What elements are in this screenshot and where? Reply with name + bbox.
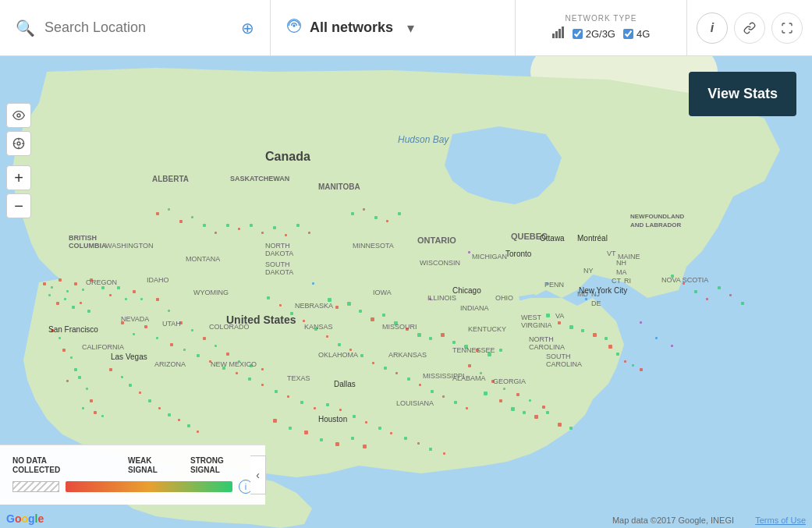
svg-rect-134 xyxy=(353,415,356,418)
svg-rect-17 xyxy=(72,306,75,309)
svg-rect-61 xyxy=(476,349,479,352)
svg-rect-112 xyxy=(706,298,708,300)
checkbox-4g-item[interactable]: 4G xyxy=(623,28,650,40)
gps-icon[interactable]: ⊕ xyxy=(241,19,254,37)
svg-rect-114 xyxy=(729,294,732,296)
svg-rect-84 xyxy=(168,208,170,211)
checkbox-4g[interactable] xyxy=(623,29,633,39)
svg-rect-52 xyxy=(371,317,374,321)
svg-rect-87 xyxy=(203,224,206,227)
svg-rect-15 xyxy=(56,302,59,305)
svg-rect-34 xyxy=(90,399,93,402)
svg-rect-48 xyxy=(328,298,332,302)
svg-rect-86 xyxy=(191,216,193,218)
svg-rect-110 xyxy=(683,282,685,285)
svg-rect-168 xyxy=(279,304,282,307)
target-button[interactable] xyxy=(6,131,31,156)
svg-rect-46 xyxy=(250,364,253,367)
checkbox-2g3g-label: 2G/3G xyxy=(586,28,615,40)
svg-rect-27 xyxy=(59,337,61,339)
svg-rect-172 xyxy=(326,335,328,338)
svg-rect-81 xyxy=(558,423,562,427)
search-icon: 🔍 xyxy=(16,19,35,37)
svg-rect-161 xyxy=(148,399,151,402)
svg-rect-60 xyxy=(464,345,468,349)
svg-rect-64 xyxy=(546,314,550,317)
network-section[interactable]: All networks ▾ xyxy=(271,0,516,55)
info-button[interactable]: i xyxy=(697,12,728,44)
svg-rect-177 xyxy=(384,367,387,370)
svg-rect-65 xyxy=(558,321,561,324)
svg-rect-42 xyxy=(203,337,206,340)
search-input[interactable] xyxy=(44,19,216,36)
svg-rect-85 xyxy=(179,220,183,223)
network-icon xyxy=(286,18,302,37)
svg-rect-133 xyxy=(339,409,342,411)
right-icons: i xyxy=(687,0,812,55)
network-label: All networks xyxy=(310,19,393,36)
svg-rect-178 xyxy=(395,372,398,374)
zoom-out-button[interactable]: − xyxy=(6,193,31,218)
checkbox-2g3g[interactable] xyxy=(573,29,583,39)
legend-bar-wrap: i xyxy=(12,480,253,494)
svg-rect-136 xyxy=(378,427,381,430)
map-attribution: Map data ©2017 Google, INEGI xyxy=(612,516,734,525)
svg-rect-29 xyxy=(70,356,73,359)
svg-rect-77 xyxy=(511,407,515,411)
svg-rect-92 xyxy=(261,232,264,234)
map-area[interactable]: Canada United States Hudson Bay ONTARIO … xyxy=(0,56,812,528)
svg-rect-7 xyxy=(43,282,46,285)
network-dropdown-arrow[interactable]: ▾ xyxy=(407,19,414,37)
search-section: 🔍 ⊕ xyxy=(0,0,271,55)
svg-rect-13 xyxy=(90,278,93,282)
svg-rect-118 xyxy=(144,325,147,328)
svg-rect-179 xyxy=(407,377,410,381)
fullscreen-button[interactable] xyxy=(771,12,803,44)
svg-rect-80 xyxy=(546,411,549,414)
svg-rect-22 xyxy=(117,286,120,289)
svg-point-0 xyxy=(293,24,295,27)
svg-rect-120 xyxy=(170,343,173,346)
legend-collapse-button[interactable]: ‹ xyxy=(250,455,266,494)
link-button[interactable] xyxy=(734,12,765,44)
svg-rect-11 xyxy=(74,282,77,285)
svg-rect-33 xyxy=(86,388,88,390)
svg-rect-82 xyxy=(569,427,573,430)
svg-rect-170 xyxy=(303,320,305,322)
top-bar: 🔍 ⊕ All networks ▾ NETWORK TYPE xyxy=(0,0,812,56)
map-controls: + − xyxy=(6,103,31,218)
zoom-in-button[interactable]: + xyxy=(6,165,31,190)
svg-rect-164 xyxy=(178,419,180,421)
svg-rect-105 xyxy=(320,438,323,441)
svg-rect-47 xyxy=(261,368,264,370)
svg-rect-166 xyxy=(197,431,199,433)
svg-rect-54 xyxy=(394,321,398,325)
svg-rect-3 xyxy=(558,29,561,38)
checkbox-2g3g-item[interactable]: 2G/3G xyxy=(573,28,615,40)
svg-rect-157 xyxy=(109,368,112,371)
svg-rect-19 xyxy=(87,310,90,313)
svg-rect-181 xyxy=(431,390,434,393)
svg-rect-76 xyxy=(499,399,502,402)
svg-rect-75 xyxy=(484,392,488,395)
svg-rect-66 xyxy=(569,325,573,329)
svg-rect-94 xyxy=(285,234,287,236)
svg-rect-78 xyxy=(523,411,526,414)
svg-rect-89 xyxy=(226,224,229,227)
legend-gradient-bar xyxy=(66,481,232,492)
svg-rect-69 xyxy=(605,337,608,340)
svg-rect-128 xyxy=(275,390,278,393)
svg-rect-62 xyxy=(488,353,491,356)
svg-rect-90 xyxy=(238,228,240,230)
svg-rect-37 xyxy=(101,415,104,417)
view-stats-button[interactable]: View Stats xyxy=(689,72,796,116)
svg-rect-56 xyxy=(417,333,421,337)
svg-rect-49 xyxy=(335,306,339,309)
svg-rect-40 xyxy=(179,321,183,324)
layer-visibility-button[interactable] xyxy=(6,103,31,128)
svg-rect-28 xyxy=(62,349,66,352)
svg-rect-165 xyxy=(187,424,190,427)
terms-of-use-link[interactable]: Terms of Use xyxy=(755,516,806,525)
svg-rect-162 xyxy=(158,407,161,409)
svg-rect-35 xyxy=(82,407,84,409)
